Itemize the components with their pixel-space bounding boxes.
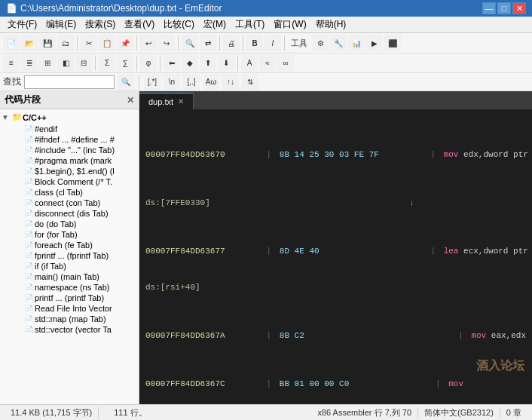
minimize-button[interactable]: — <box>482 2 496 14</box>
item-icon-16: 📄 <box>24 294 35 302</box>
tree-item-12[interactable]: 📄 fprintf ... (fprintf Tab) <box>0 250 139 261</box>
sidebar-title: 代码片段 <box>5 94 41 106</box>
tb-extra2[interactable]: ≈ <box>259 55 276 72</box>
tb-filter6[interactable]: ⇅ <box>242 74 258 90</box>
tb-undo[interactable]: ↩ <box>140 35 157 51</box>
status-left: 11.4 KB (11,715 字节) 111 行。 <box>5 407 153 418</box>
tb-filter5[interactable]: ↑↓ <box>222 74 239 90</box>
tree-item-1[interactable]: 📄 #ifndef ... #define ... # <box>0 134 139 145</box>
tree-item-15[interactable]: 📄 namespace (ns Tab) <box>0 282 139 293</box>
tb-plugin2[interactable]: ≣ <box>21 55 38 72</box>
tb-extra1[interactable]: A <box>241 55 258 72</box>
status-lines: 111 行。 <box>108 407 152 418</box>
tb-encode1[interactable]: φ <box>140 55 157 72</box>
item-label-5: Block Comment (/* T. <box>35 177 137 186</box>
tb-filter3[interactable]: [,.] <box>183 74 200 90</box>
search-input[interactable] <box>24 75 115 89</box>
item-label-13: if (if Tab) <box>35 262 137 271</box>
menu-compare[interactable]: 比较(C) <box>159 17 199 32</box>
tb-italic[interactable]: I <box>264 35 281 51</box>
tree-root-item-cpp[interactable]: ▼ 📁 C/C++ <box>0 111 139 124</box>
tb-cut[interactable]: ✂ <box>81 35 97 51</box>
editor-content[interactable]: 00007FF84DD63670 | 8B 14 25 30 03 FE 7F … <box>139 109 532 404</box>
tb-print[interactable]: 🖨 <box>223 35 240 51</box>
tb-find[interactable]: 🔍 <box>182 35 198 51</box>
tree-item-3[interactable]: 📄 #pragma mark (mark <box>0 155 139 166</box>
tb-redo[interactable]: ↪ <box>158 35 175 51</box>
tree-item-7[interactable]: 📄 connect (con Tab) <box>0 198 139 208</box>
tree-item-0[interactable]: 📄 #endif <box>0 124 139 134</box>
tb-tool4[interactable]: ▶ <box>366 35 383 51</box>
status-right: x86 Assembler 行 7,列 70 简体中文(GB2312) 0 章 <box>311 407 527 418</box>
menu-macro[interactable]: 宏(M) <box>199 17 231 32</box>
tb-nav1[interactable]: ⬅ <box>164 55 180 72</box>
tree-item-2[interactable]: 📄 #include "..." (inc Tab) <box>0 145 139 155</box>
maximize-button[interactable]: □ <box>497 2 511 14</box>
item-label-2: #include "..." (inc Tab) <box>35 146 137 155</box>
menu-search[interactable]: 搜索(S) <box>81 17 120 32</box>
tb-Sigma[interactable]: Σ <box>99 55 115 72</box>
code-line-cont2: ds:[rsi+40] <box>139 281 532 293</box>
item-icon-13: 📄 <box>24 262 35 271</box>
menu-edit[interactable]: 编辑(E) <box>41 17 81 32</box>
tb-filter4[interactable]: Aω <box>203 74 219 90</box>
item-icon-17: 📄 <box>24 305 35 313</box>
status-encoding: 简体中文(GB2312) <box>418 407 500 418</box>
tb-nav3[interactable]: ⬆ <box>200 55 216 72</box>
tb-copy[interactable]: 📋 <box>99 35 115 51</box>
tb-tool5[interactable]: ⬛ <box>384 35 401 51</box>
tree-item-4[interactable]: 📄 $1.begin(), $1.end() (l <box>0 166 139 176</box>
code-line-cont1: ds:[7FFE0330] ↓ <box>139 197 532 209</box>
tree-item-10[interactable]: 📄 for (for Tab) <box>0 229 139 240</box>
tab-dup-txt[interactable]: dup.txt ✕ <box>139 93 194 109</box>
tree-item-13[interactable]: 📄 if (if Tab) <box>0 261 139 271</box>
tb-nav2[interactable]: ◆ <box>182 55 198 72</box>
search-bar: 查找 🔍 [.*] \n [,.] Aω ↑↓ ⇅ <box>0 73 532 91</box>
tb-save-all[interactable]: 🗂 <box>57 35 74 51</box>
tb-plugin3[interactable]: ⊞ <box>39 55 56 72</box>
tab-close-icon[interactable]: ✕ <box>178 97 184 106</box>
tb-tool3[interactable]: 📊 <box>348 35 365 51</box>
tb-tool2[interactable]: 🔧 <box>330 35 347 51</box>
tb-open[interactable]: 📂 <box>21 35 38 51</box>
status-filesize: 11.4 KB (11,715 字节) <box>5 407 99 418</box>
item-icon-14: 📄 <box>24 273 35 281</box>
tb-paste[interactable]: 📌 <box>117 35 133 51</box>
tree-item-5[interactable]: 📄 Block Comment (/* T. <box>0 176 139 187</box>
tree-item-14[interactable]: 📄 main() (main Tab) <box>0 271 139 282</box>
tree-item-17[interactable]: 📄 Read File Into Vector <box>0 303 139 314</box>
tb-math[interactable]: ∑ <box>117 55 133 72</box>
tb-bold[interactable]: B <box>246 35 263 51</box>
menu-bar: 文件(F) 编辑(E) 搜索(S) 查看(V) 比较(C) 宏(M) 工具(T)… <box>0 17 532 33</box>
tb-nav4[interactable]: ⬇ <box>218 55 234 72</box>
close-button[interactable]: ✕ <box>512 2 526 14</box>
sidebar-close-button[interactable]: ✕ <box>127 95 134 106</box>
menu-tools[interactable]: 工具(T) <box>231 17 269 32</box>
tree-item-19[interactable]: 📄 std::vector (vector Ta <box>0 324 139 335</box>
tb-find-btn[interactable]: 🔍 <box>118 74 134 90</box>
tb-extra3[interactable]: ∞ <box>277 55 294 72</box>
menu-window[interactable]: 窗口(W) <box>269 17 310 32</box>
item-label-11: foreach (fe Tab) <box>35 241 137 250</box>
menu-help[interactable]: 帮助(H) <box>311 17 351 32</box>
tree-item-8[interactable]: 📄 disconnect (dis Tab) <box>0 208 139 219</box>
menu-view[interactable]: 查看(V) <box>120 17 159 32</box>
tree-item-6[interactable]: 📄 class (cl Tab) <box>0 187 139 198</box>
tree-root-label-cpp: C/C++ <box>23 113 47 122</box>
menu-file[interactable]: 文件(F) <box>3 17 41 32</box>
item-icon-12: 📄 <box>24 252 35 260</box>
tb-plugin4[interactable]: ◧ <box>57 55 74 72</box>
tb-plugin5[interactable]: ⊟ <box>75 55 92 72</box>
tree-item-16[interactable]: 📄 printf ... (printf Tab) <box>0 293 139 303</box>
tb-plugin1[interactable]: ≡ <box>3 55 20 72</box>
tb-save[interactable]: 💾 <box>39 35 56 51</box>
tree-item-11[interactable]: 📄 foreach (fe Tab) <box>0 240 139 250</box>
tb-tool1[interactable]: ⚙ <box>312 35 329 51</box>
tree-item-18[interactable]: 📄 std::map (map Tab) <box>0 314 139 324</box>
tb-filter2[interactable]: \n <box>164 74 180 90</box>
tb-replace[interactable]: ⇄ <box>200 35 216 51</box>
tb-new[interactable]: 📄 <box>3 35 20 51</box>
item-icon-4: 📄 <box>24 167 35 176</box>
tb-filter1[interactable]: [.*] <box>144 74 161 90</box>
tree-item-9[interactable]: 📄 do (do Tab) <box>0 219 139 229</box>
